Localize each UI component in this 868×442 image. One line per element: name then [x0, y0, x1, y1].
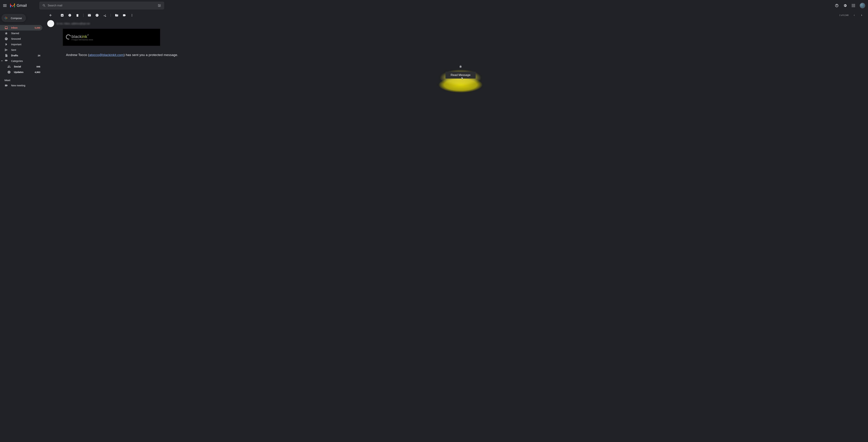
svg-rect-7 [158, 4, 159, 5]
protected-message-text: Andrew Tocco (atocco@blackinkit.com) has… [66, 53, 858, 57]
svg-rect-21 [6, 16, 6, 18]
gmail-logo[interactable]: Gmail [10, 3, 34, 8]
settings-gear-icon[interactable] [842, 2, 848, 9]
nav-label: Inbox [11, 26, 31, 29]
svg-rect-3 [158, 4, 161, 5]
sidebar-item-snoozed[interactable]: Snoozed [0, 36, 42, 42]
prev-message-icon[interactable] [850, 12, 858, 19]
nav-count: 5,099 [35, 27, 40, 29]
search-input[interactable] [48, 2, 156, 9]
main-menu-button[interactable] [1, 2, 8, 9]
svg-point-17 [854, 5, 855, 6]
meet-heading: Meet [0, 78, 44, 83]
back-arrow-icon[interactable] [47, 12, 54, 19]
move-to-icon[interactable] [113, 12, 120, 19]
mark-unread-icon[interactable] [86, 12, 93, 19]
blackink-swirl-icon [65, 34, 71, 40]
gmail-wordmark: Gmail [17, 3, 27, 8]
sidebar-item-new-meeting[interactable]: New meeting [0, 83, 42, 88]
search-icon[interactable] [41, 2, 48, 9]
svg-point-30 [132, 16, 132, 16]
svg-rect-1 [3, 5, 7, 6]
labels-icon[interactable] [121, 12, 128, 19]
nav-label: Important [11, 43, 40, 46]
nav-count: 846 [36, 65, 40, 68]
sidebar-item-starred[interactable]: Starred [0, 31, 42, 36]
main-pane: 2 of 8,348 to me, Inbox, address@opt.net [44, 11, 868, 442]
svg-point-29 [132, 15, 132, 15]
compose-button[interactable]: Compose [1, 14, 26, 22]
svg-point-16 [853, 5, 854, 6]
nav-label: Updates [14, 71, 31, 73]
svg-point-20 [854, 6, 855, 7]
svg-rect-8 [160, 5, 160, 6]
blackink-logo-banner: blackinkIT IT Support With Business Sens… [63, 29, 160, 46]
app-header: Gmail [0, 0, 868, 11]
svg-point-15 [852, 5, 852, 6]
nav-label: Drafts [11, 54, 35, 57]
next-message-icon[interactable] [858, 12, 865, 19]
sidebar-item-categories[interactable]: Categories [0, 58, 42, 64]
svg-rect-5 [158, 6, 161, 7]
people-icon [7, 65, 11, 68]
support-icon[interactable] [833, 2, 840, 9]
nav-label: Social [14, 65, 33, 68]
svg-point-13 [853, 4, 854, 5]
svg-point-19 [853, 6, 854, 7]
nav-label: Sent [11, 48, 40, 51]
important-icon [4, 43, 8, 46]
search-options-icon[interactable] [156, 2, 163, 9]
nav-label: Starred [11, 32, 40, 35]
video-icon [4, 84, 8, 87]
svg-rect-4 [158, 5, 161, 6]
message-body: blackinkIT IT Support With Business Sens… [47, 29, 865, 86]
compose-plus-icon [4, 16, 8, 20]
sidebar-item-updates[interactable]: Updates 4,963 [0, 69, 42, 75]
gmail-m-icon [10, 3, 15, 8]
sent-icon [4, 48, 8, 52]
svg-rect-26 [9, 72, 9, 73]
blackink-tagline: IT Support With Business Sense. [71, 39, 94, 41]
info-icon [7, 70, 11, 74]
caret-down-icon [1, 60, 3, 62]
nav-count: 24 [38, 54, 40, 57]
sidebar-item-social[interactable]: Social 846 [0, 64, 42, 69]
sidebar-item-drafts[interactable]: Drafts 24 [0, 53, 42, 58]
nav-label: Categories [11, 60, 40, 62]
svg-rect-27 [9, 71, 9, 72]
sender-email-link[interactable]: atocco@blackinkit.com [89, 53, 124, 57]
archive-icon[interactable] [59, 12, 66, 19]
clock-icon [4, 37, 8, 41]
sidebar-item-sent[interactable]: Sent [0, 47, 42, 53]
snooze-icon[interactable] [94, 12, 100, 19]
label-icon [4, 59, 8, 63]
more-icon[interactable] [128, 12, 135, 19]
sender-avatar[interactable] [47, 20, 54, 27]
svg-rect-0 [3, 4, 7, 5]
svg-point-28 [132, 14, 132, 14]
svg-rect-23 [4, 18, 6, 18]
svg-point-14 [854, 4, 855, 5]
nav-count: 4,963 [35, 71, 40, 73]
report-spam-icon[interactable] [66, 12, 73, 19]
nav-label: New meeting [11, 84, 40, 87]
drafts-icon [4, 54, 8, 57]
pointer-cursor-icon [461, 76, 464, 80]
add-to-tasks-icon[interactable] [101, 12, 108, 19]
sidebar-item-important[interactable]: Important [0, 42, 42, 47]
compose-label: Compose [11, 16, 22, 20]
svg-point-12 [852, 4, 852, 5]
account-avatar[interactable] [860, 3, 865, 8]
svg-rect-9 [159, 6, 159, 7]
svg-rect-22 [6, 18, 6, 20]
nav-label: Snoozed [11, 37, 40, 40]
sidebar-item-inbox[interactable]: Inbox 5,099 [0, 25, 42, 31]
search-bar[interactable] [39, 2, 164, 9]
pagination-text: 2 of 8,348 [839, 14, 848, 16]
blackink-wordmark: blackinkIT [71, 34, 94, 39]
delete-icon[interactable] [74, 12, 81, 19]
sidebar: Compose Inbox 5,099 Starred Snoozed Impo… [0, 11, 44, 442]
inbox-icon [4, 26, 8, 30]
message-toolbar: 2 of 8,348 [44, 11, 868, 20]
google-apps-icon[interactable] [850, 2, 857, 9]
